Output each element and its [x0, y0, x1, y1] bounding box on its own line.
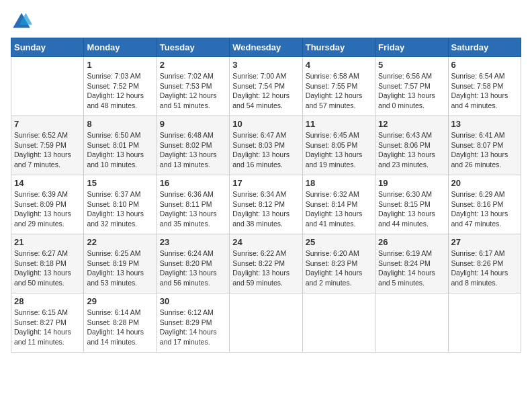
- calendar-cell: [448, 293, 521, 353]
- day-info: Sunrise: 6:47 AMSunset: 8:03 PMDaylight:…: [232, 130, 299, 170]
- day-info: Sunrise: 6:45 AMSunset: 8:05 PMDaylight:…: [306, 130, 372, 170]
- calendar-cell: 10Sunrise: 6:47 AMSunset: 8:03 PMDayligh…: [230, 116, 302, 175]
- day-number: 6: [451, 60, 518, 70]
- calendar-day-header: Monday: [84, 38, 157, 57]
- day-number: 21: [14, 237, 81, 247]
- calendar-cell: [375, 293, 448, 353]
- day-info: Sunrise: 6:43 AMSunset: 8:06 PMDaylight:…: [378, 130, 445, 170]
- calendar-cell: [230, 293, 302, 353]
- day-info: Sunrise: 6:56 AMSunset: 7:57 PMDaylight:…: [378, 71, 445, 111]
- day-info: Sunrise: 6:22 AMSunset: 8:22 PMDaylight:…: [232, 248, 299, 288]
- day-info: Sunrise: 7:03 AMSunset: 7:52 PMDaylight:…: [87, 71, 153, 111]
- calendar-table: SundayMondayTuesdayWednesdayThursdayFrid…: [11, 38, 521, 353]
- calendar-cell: 4Sunrise: 6:58 AMSunset: 7:55 PMDaylight…: [302, 57, 375, 116]
- calendar-cell: 26Sunrise: 6:19 AMSunset: 8:24 PMDayligh…: [375, 234, 448, 293]
- day-number: 10: [232, 119, 299, 129]
- day-info: Sunrise: 6:19 AMSunset: 8:24 PMDaylight:…: [378, 248, 445, 288]
- day-number: 12: [378, 119, 445, 129]
- day-info: Sunrise: 6:39 AMSunset: 8:09 PMDaylight:…: [14, 189, 81, 229]
- calendar-cell: 25Sunrise: 6:20 AMSunset: 8:23 PMDayligh…: [302, 234, 375, 293]
- calendar-cell: 2Sunrise: 7:02 AMSunset: 7:53 PMDaylight…: [157, 57, 229, 116]
- calendar-cell: 30Sunrise: 6:12 AMSunset: 8:29 PMDayligh…: [157, 293, 229, 353]
- day-number: 14: [14, 178, 81, 188]
- calendar-cell: 27Sunrise: 6:17 AMSunset: 8:26 PMDayligh…: [448, 234, 521, 293]
- calendar-cell: 9Sunrise: 6:48 AMSunset: 8:02 PMDaylight…: [157, 116, 229, 175]
- calendar-day-header: Tuesday: [157, 38, 229, 57]
- day-number: 22: [87, 237, 153, 247]
- day-number: 19: [378, 178, 445, 188]
- day-number: 1: [87, 60, 153, 70]
- day-number: 28: [14, 296, 81, 306]
- day-info: Sunrise: 6:20 AMSunset: 8:23 PMDaylight:…: [306, 248, 372, 288]
- calendar-cell: 12Sunrise: 6:43 AMSunset: 8:06 PMDayligh…: [375, 116, 448, 175]
- day-number: 8: [87, 119, 153, 129]
- calendar-day-header: Thursday: [302, 38, 375, 57]
- day-number: 3: [232, 60, 299, 70]
- calendar-cell: [11, 57, 84, 116]
- day-number: 2: [160, 60, 226, 70]
- calendar-cell: 7Sunrise: 6:52 AMSunset: 7:59 PMDaylight…: [11, 116, 84, 175]
- day-info: Sunrise: 6:50 AMSunset: 8:01 PMDaylight:…: [87, 130, 153, 170]
- day-info: Sunrise: 6:48 AMSunset: 8:02 PMDaylight:…: [160, 130, 226, 170]
- day-number: 4: [306, 60, 372, 70]
- day-info: Sunrise: 6:54 AMSunset: 7:58 PMDaylight:…: [451, 71, 518, 111]
- day-info: Sunrise: 7:02 AMSunset: 7:53 PMDaylight:…: [160, 71, 226, 111]
- calendar-cell: 21Sunrise: 6:27 AMSunset: 8:18 PMDayligh…: [11, 234, 84, 293]
- page-header: [11, 11, 521, 32]
- logo: [11, 11, 35, 32]
- calendar-day-header: Saturday: [448, 38, 521, 57]
- calendar-day-header: Friday: [375, 38, 448, 57]
- day-number: 25: [306, 237, 372, 247]
- day-info: Sunrise: 6:15 AMSunset: 8:27 PMDaylight:…: [14, 308, 81, 347]
- day-number: 11: [306, 119, 372, 129]
- day-info: Sunrise: 6:30 AMSunset: 8:15 PMDaylight:…: [378, 189, 445, 229]
- day-info: Sunrise: 6:52 AMSunset: 7:59 PMDaylight:…: [14, 130, 81, 170]
- day-number: 23: [160, 237, 226, 247]
- calendar-cell: 17Sunrise: 6:34 AMSunset: 8:12 PMDayligh…: [230, 175, 302, 234]
- calendar-cell: [302, 293, 375, 353]
- day-number: 29: [87, 296, 153, 306]
- day-number: 5: [378, 60, 445, 70]
- day-number: 17: [232, 178, 299, 188]
- day-info: Sunrise: 6:27 AMSunset: 8:18 PMDaylight:…: [14, 248, 81, 288]
- day-info: Sunrise: 7:00 AMSunset: 7:54 PMDaylight:…: [232, 71, 299, 111]
- calendar-cell: 15Sunrise: 6:37 AMSunset: 8:10 PMDayligh…: [84, 175, 157, 234]
- day-info: Sunrise: 6:32 AMSunset: 8:14 PMDaylight:…: [306, 189, 372, 229]
- calendar-day-header: Sunday: [11, 38, 84, 57]
- day-number: 27: [451, 237, 518, 247]
- day-info: Sunrise: 6:17 AMSunset: 8:26 PMDaylight:…: [451, 248, 518, 288]
- calendar-cell: 5Sunrise: 6:56 AMSunset: 7:57 PMDaylight…: [375, 57, 448, 116]
- calendar-cell: 18Sunrise: 6:32 AMSunset: 8:14 PMDayligh…: [302, 175, 375, 234]
- day-number: 20: [451, 178, 518, 188]
- day-number: 13: [451, 119, 518, 129]
- calendar-cell: 20Sunrise: 6:29 AMSunset: 8:16 PMDayligh…: [448, 175, 521, 234]
- day-number: 16: [160, 178, 226, 188]
- day-number: 24: [232, 237, 299, 247]
- day-info: Sunrise: 6:34 AMSunset: 8:12 PMDaylight:…: [232, 189, 299, 229]
- calendar-cell: 24Sunrise: 6:22 AMSunset: 8:22 PMDayligh…: [230, 234, 302, 293]
- calendar-header: SundayMondayTuesdayWednesdayThursdayFrid…: [11, 38, 521, 57]
- calendar-cell: 1Sunrise: 7:03 AMSunset: 7:52 PMDaylight…: [84, 57, 157, 116]
- day-number: 30: [160, 296, 226, 306]
- calendar-cell: 19Sunrise: 6:30 AMSunset: 8:15 PMDayligh…: [375, 175, 448, 234]
- calendar-cell: 3Sunrise: 7:00 AMSunset: 7:54 PMDaylight…: [230, 57, 302, 116]
- day-info: Sunrise: 6:36 AMSunset: 8:11 PMDaylight:…: [160, 189, 226, 229]
- day-info: Sunrise: 6:25 AMSunset: 8:19 PMDaylight:…: [87, 248, 153, 288]
- day-info: Sunrise: 6:58 AMSunset: 7:55 PMDaylight:…: [306, 71, 372, 111]
- day-info: Sunrise: 6:37 AMSunset: 8:10 PMDaylight:…: [87, 189, 153, 229]
- day-info: Sunrise: 6:12 AMSunset: 8:29 PMDaylight:…: [160, 308, 226, 347]
- calendar-cell: 8Sunrise: 6:50 AMSunset: 8:01 PMDaylight…: [84, 116, 157, 175]
- calendar-cell: 16Sunrise: 6:36 AMSunset: 8:11 PMDayligh…: [157, 175, 229, 234]
- day-info: Sunrise: 6:41 AMSunset: 8:07 PMDaylight:…: [451, 130, 518, 170]
- calendar-cell: 28Sunrise: 6:15 AMSunset: 8:27 PMDayligh…: [11, 293, 84, 353]
- day-info: Sunrise: 6:29 AMSunset: 8:16 PMDaylight:…: [451, 189, 518, 229]
- day-number: 18: [306, 178, 372, 188]
- calendar-cell: 23Sunrise: 6:24 AMSunset: 8:20 PMDayligh…: [157, 234, 229, 293]
- day-number: 9: [160, 119, 226, 129]
- day-info: Sunrise: 6:24 AMSunset: 8:20 PMDaylight:…: [160, 248, 226, 288]
- day-info: Sunrise: 6:14 AMSunset: 8:28 PMDaylight:…: [87, 308, 153, 347]
- day-number: 7: [14, 119, 81, 129]
- calendar-cell: 11Sunrise: 6:45 AMSunset: 8:05 PMDayligh…: [302, 116, 375, 175]
- day-number: 15: [87, 178, 153, 188]
- calendar-cell: 13Sunrise: 6:41 AMSunset: 8:07 PMDayligh…: [448, 116, 521, 175]
